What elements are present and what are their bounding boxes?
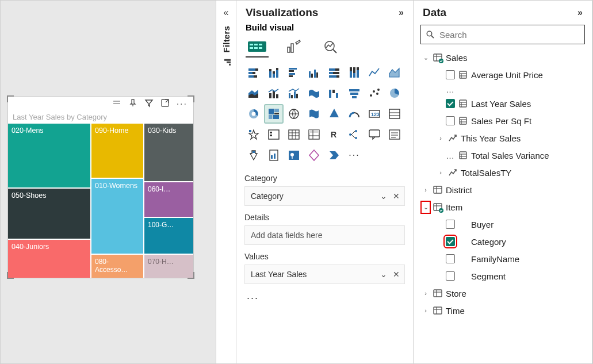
viz-clustered-column[interactable] xyxy=(305,63,323,82)
more-options-icon[interactable]: ··· xyxy=(177,99,188,109)
checkbox[interactable] xyxy=(446,254,455,263)
ellipsis-more[interactable]: … xyxy=(419,83,587,95)
viz-qa[interactable] xyxy=(365,125,384,144)
collapse-icon[interactable]: « xyxy=(224,7,229,18)
viz-line-stacked-column[interactable] xyxy=(265,84,283,102)
caret-right-icon[interactable]: › xyxy=(422,307,430,314)
caret-down-icon[interactable]: ⌄ xyxy=(422,54,430,62)
cell-hosiery[interactable]: 070-H… xyxy=(144,255,193,278)
table-store[interactable]: › Store xyxy=(419,285,587,302)
viz-r-visual[interactable]: R xyxy=(325,125,343,144)
viz-azure-map[interactable] xyxy=(325,105,343,123)
viz-smart-narrative[interactable] xyxy=(385,125,404,144)
caret-right-icon[interactable]: › xyxy=(437,135,445,141)
field-avg-unit-price[interactable]: Average Unit Price xyxy=(419,66,587,83)
search-input[interactable] xyxy=(438,29,580,40)
checkbox[interactable] xyxy=(446,116,455,125)
viz-100-stacked-bar[interactable] xyxy=(325,63,343,82)
filter-icon[interactable] xyxy=(144,98,154,110)
viz-card[interactable]: 123 xyxy=(365,105,384,123)
viz-line[interactable] xyxy=(365,63,384,82)
tab-build-visual[interactable] xyxy=(246,37,269,58)
viz-clustered-bar[interactable] xyxy=(285,63,303,82)
filters-pane-collapsed[interactable]: « Filters xyxy=(216,1,236,363)
field-segment[interactable]: Segment xyxy=(419,267,587,285)
viz-multi-row-card[interactable] xyxy=(385,105,404,123)
expand-icon[interactable]: » xyxy=(399,7,404,18)
viz-get-more[interactable]: ··· xyxy=(345,146,364,164)
viz-slicer[interactable] xyxy=(265,125,283,144)
cell-shoes[interactable]: 050-Shoes xyxy=(8,189,90,239)
pin-icon[interactable] xyxy=(128,98,137,110)
remove-field-icon[interactable]: ✕ xyxy=(393,270,400,279)
viz-stacked-bar[interactable] xyxy=(244,63,263,82)
field-category[interactable]: Category xyxy=(419,233,587,250)
focus-mode-icon[interactable] xyxy=(160,98,170,110)
cell-accessories[interactable]: 080-Accesso… xyxy=(91,255,143,278)
tab-analytics[interactable] xyxy=(319,37,342,58)
viz-power-automate[interactable] xyxy=(325,146,343,164)
viz-map[interactable] xyxy=(285,105,303,123)
table-district[interactable]: › District xyxy=(419,181,587,198)
viz-pie[interactable] xyxy=(385,84,404,102)
viz-stacked-column[interactable] xyxy=(265,63,283,82)
caret-right-icon[interactable]: › xyxy=(422,186,430,193)
viz-key-influencers[interactable] xyxy=(244,146,263,164)
viz-table[interactable] xyxy=(285,125,303,144)
viz-power-apps[interactable] xyxy=(305,146,323,164)
cell-home[interactable]: 090-Home xyxy=(91,124,143,178)
viz-waterfall[interactable] xyxy=(325,84,343,102)
cell-intimate[interactable]: 060-I… xyxy=(144,182,193,217)
viz-funnel[interactable] xyxy=(345,84,364,102)
viz-area[interactable] xyxy=(385,63,404,82)
measure-this-year-sales[interactable]: › This Year Sales xyxy=(419,129,587,147)
report-canvas[interactable]: ··· Last Year Sales by Category 020-Mens… xyxy=(1,1,216,363)
caret-right-icon[interactable]: › xyxy=(437,169,445,176)
expand-icon[interactable]: » xyxy=(577,7,583,18)
field-sales-per-sqft[interactable]: Sales Per Sq Ft xyxy=(419,112,587,129)
table-sales[interactable]: ⌄ Sales xyxy=(419,49,587,66)
viz-donut[interactable] xyxy=(244,105,263,123)
cell-juniors[interactable]: 040-Juniors xyxy=(8,240,90,278)
checkbox[interactable] xyxy=(446,271,455,281)
cell-kids[interactable]: 030-Kids xyxy=(144,124,193,181)
data-search[interactable] xyxy=(420,25,585,44)
viz-paginated-report[interactable] xyxy=(265,146,283,164)
measure-totalsalesTY[interactable]: › TotalSalesTY xyxy=(419,164,587,181)
well-values[interactable]: Last Year Sales ⌄✕ xyxy=(244,265,405,284)
checkbox-checked[interactable] xyxy=(446,99,455,108)
viz-filled-map[interactable] xyxy=(305,105,323,123)
viz-scatter[interactable] xyxy=(365,84,384,102)
chevron-down-icon[interactable]: ⌄ xyxy=(380,191,387,201)
treemap-visual[interactable]: ··· Last Year Sales by Category 020-Mens… xyxy=(7,96,194,278)
field-familyname[interactable]: FamilyName xyxy=(419,250,587,267)
field-total-sales-variance[interactable]: … Total Sales Variance xyxy=(419,147,587,164)
checkbox-checked[interactable] xyxy=(446,237,455,246)
viz-decomposition-tree[interactable] xyxy=(345,125,364,144)
checkbox[interactable] xyxy=(446,70,455,79)
viz-kpi[interactable] xyxy=(244,125,263,144)
field-last-year-sales[interactable]: Last Year Sales xyxy=(419,95,587,112)
ellipsis-icon[interactable]: … xyxy=(446,151,455,160)
viz-stacked-area[interactable] xyxy=(244,84,263,102)
tab-format-visual[interactable] xyxy=(282,37,305,58)
viz-ribbon[interactable] xyxy=(305,84,323,102)
viz-gauge[interactable] xyxy=(345,105,364,123)
drag-handle-icon[interactable] xyxy=(112,98,121,110)
chevron-down-icon[interactable]: ⌄ xyxy=(380,270,387,279)
table-time[interactable]: › Time xyxy=(419,302,587,319)
cell-womens[interactable]: 010-Womens xyxy=(91,179,143,254)
viz-arcgis[interactable] xyxy=(285,146,303,164)
checkbox[interactable] xyxy=(446,220,455,229)
caret-right-icon[interactable]: › xyxy=(422,290,430,297)
table-item[interactable]: ⌄ Item xyxy=(419,198,587,216)
remove-field-icon[interactable]: ✕ xyxy=(393,191,400,201)
field-buyer[interactable]: Buyer xyxy=(419,216,587,233)
viz-matrix[interactable] xyxy=(305,125,323,144)
caret-down-icon[interactable]: ⌄ xyxy=(422,202,430,213)
cell-mens[interactable]: 020-Mens xyxy=(8,124,90,187)
viz-100-stacked-column[interactable] xyxy=(345,63,364,82)
viz-line-clustered-column[interactable] xyxy=(285,84,303,102)
well-category[interactable]: Category ⌄✕ xyxy=(244,186,405,206)
well-details[interactable]: Add data fields here xyxy=(244,225,405,245)
